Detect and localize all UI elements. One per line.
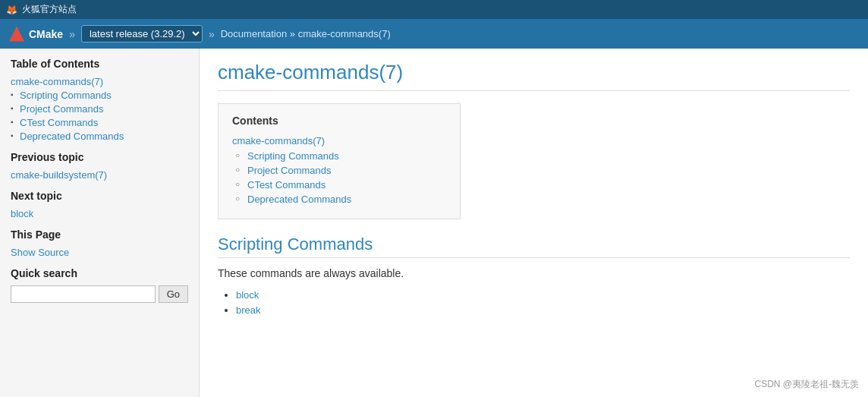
version-select[interactable]: latest release (3.29.2) 3.28 3.27 [81,25,203,43]
this-page-title: This Page [11,228,188,241]
contents-top-item: cmake-commands(7) Scripting Commands Pro… [232,134,446,205]
cmake-logo-icon [9,27,24,42]
contents-sublist: Scripting Commands Project Commands CTes… [232,150,446,205]
command-item-block: block [236,288,850,301]
command-link-block[interactable]: block [236,289,259,301]
command-item-break: break [236,304,850,316]
sidebar-item-cmake-commands[interactable]: cmake-commands(7) [11,76,188,87]
contents-sub-link-4[interactable]: Deprecated Commands [247,194,351,205]
cmake-brand-label: CMake [29,28,63,40]
command-link-break[interactable]: break [236,304,261,316]
sidebar-item-project-commands[interactable]: Project Commands [11,103,188,115]
browser-top-bar: 🦊 火狐官方站点 [0,0,868,19]
page-title: cmake-commands(7) [218,61,850,91]
scripting-commands-heading: Scripting Commands [218,235,850,258]
main-content: cmake-commands(7) Contents cmake-command… [200,49,868,397]
contents-sub-link-3[interactable]: CTest Commands [247,179,326,191]
toc-title: Table of Contents [11,58,188,70]
contents-sub-item-1: Scripting Commands [247,150,446,162]
scripting-description: These commands are always available. [218,267,850,279]
quick-search-title: Quick search [11,267,188,279]
contents-sub-item-2: Project Commands [247,164,446,176]
prev-topic-title: Previous topic [11,151,188,163]
contents-top-link[interactable]: cmake-commands(7) [232,135,325,147]
nav-separator-1: » [69,28,75,40]
sidebar-item-ctest-commands[interactable]: CTest Commands [11,117,188,128]
sidebar-item-deprecated-commands[interactable]: Deprecated Commands [11,131,188,142]
contents-box: Contents cmake-commands(7) Scripting Com… [218,103,461,219]
nav-bar: CMake » latest release (3.29.2) 3.28 3.2… [0,19,868,49]
nav-separator-2: » [209,28,215,40]
watermark-label: CSDN @夷陵老祖-魏无羡 [754,378,859,391]
prev-topic-link[interactable]: cmake-buildsystem(7) [11,169,188,181]
search-row: Go [11,285,188,303]
command-list: block break [218,288,850,316]
contents-box-title: Contents [232,115,446,127]
browser-tab-label: 火狐官方站点 [22,3,77,16]
nav-path-label: Documentation » cmake-commands(7) [221,28,391,39]
show-source-link[interactable]: Show Source [11,247,188,258]
contents-sub-link-2[interactable]: Project Commands [247,165,332,176]
page-layout: Table of Contents cmake-commands(7) Scri… [0,49,868,397]
contents-sub-item-4: Deprecated Commands [247,193,446,205]
next-topic-link[interactable]: block [11,208,188,219]
sidebar: Table of Contents cmake-commands(7) Scri… [0,49,200,397]
contents-top-list: cmake-commands(7) Scripting Commands Pro… [232,134,446,205]
contents-sub-link-1[interactable]: Scripting Commands [247,150,339,162]
search-input[interactable] [11,285,156,303]
browser-flag-icon: 🦊 [6,5,17,15]
contents-sub-item-3: CTest Commands [247,178,446,191]
sidebar-item-scripting-commands[interactable]: Scripting Commands [11,90,188,101]
next-topic-title: Next topic [11,190,188,202]
search-go-button[interactable]: Go [159,285,188,303]
